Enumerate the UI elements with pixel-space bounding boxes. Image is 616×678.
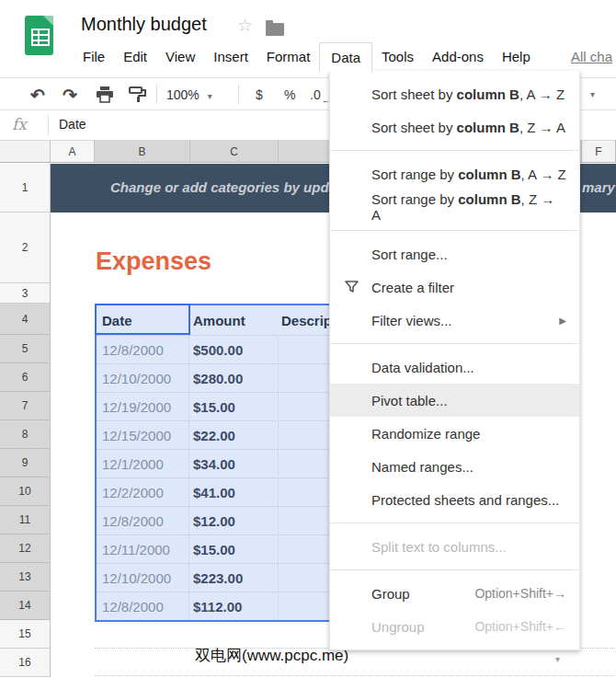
menu-item-ungroup: UngroupOption+Shift+←	[330, 610, 579, 643]
row-header-14[interactable]: 14	[0, 592, 50, 620]
table-header-description[interactable]: Descrip	[281, 313, 332, 328]
table-cell-date[interactable]: 12/10/2000	[102, 371, 171, 386]
menu-item-label: Filter views...	[371, 313, 452, 328]
row-header-3[interactable]: 3	[0, 283, 50, 304]
menu-item-label: Group	[371, 586, 410, 602]
table-cell-amount[interactable]: $280.00	[193, 371, 243, 386]
row-header-10[interactable]: 10	[0, 477, 50, 506]
menu-item-label: Sort sheet by column B, Z → A	[371, 120, 565, 135]
menu-item-sort-sheet-by-column-b-a-z[interactable]: Sort sheet by column B, A → Z	[330, 77, 579, 110]
chevron-down-icon: ▾	[208, 91, 212, 101]
sheets-logo-icon[interactable]	[25, 16, 53, 55]
row-header-13[interactable]: 13	[0, 563, 50, 592]
row-header-1[interactable]: 1	[0, 164, 50, 213]
undo-icon[interactable]: ↶	[30, 86, 45, 104]
menu-item-label: Sort range by column B, Z → A	[371, 191, 566, 223]
menu-bar: FileEditViewInsertFormatDataToolsAdd-ons…	[74, 42, 540, 72]
table-cell-date[interactable]: 12/11/2000	[102, 542, 170, 557]
table-cell-date[interactable]: 12/8/2000	[102, 342, 164, 358]
document-title[interactable]: Monthly budget	[81, 14, 207, 35]
table-cell-date[interactable]: 12/10/2000	[102, 570, 171, 586]
row-header-9[interactable]: 9	[0, 449, 50, 477]
menu-shortcut: Option+Shift+→	[474, 586, 566, 601]
column-header-c[interactable]: C	[190, 140, 279, 163]
menu-separator	[330, 230, 579, 231]
row-header-2[interactable]: 2	[0, 213, 50, 283]
table-cell-date[interactable]: 12/19/2000	[102, 399, 171, 415]
row-header-16[interactable]: 16	[0, 649, 50, 677]
row-header-11[interactable]: 11	[0, 506, 50, 534]
menu-item-group[interactable]: GroupOption+Shift+→	[330, 577, 579, 610]
formula-bar-divider	[48, 115, 49, 135]
google-sheets-app: Monthly budget ☆ FileEditViewInsertForma…	[0, 0, 616, 678]
table-cell-date[interactable]: 12/15/2000	[102, 428, 171, 443]
row-header-7[interactable]: 7	[0, 392, 50, 420]
column-header-b[interactable]: B	[95, 140, 190, 163]
cell-dropdown-icon[interactable]: ▾	[555, 655, 560, 664]
menubar-item-format[interactable]: Format	[257, 42, 320, 72]
folder-icon[interactable]	[266, 23, 284, 36]
table-cell-date[interactable]: 12/8/2000	[102, 513, 164, 529]
menu-item-protected-sheets-and-ranges[interactable]: Protected sheets and ranges...	[330, 483, 579, 516]
column-header-a[interactable]: A	[51, 140, 95, 163]
table-header-amount[interactable]: Amount	[193, 313, 245, 328]
menubar-item-view[interactable]: View	[156, 42, 204, 72]
print-icon[interactable]	[96, 86, 114, 103]
decrease-decimal-button[interactable]: .0←	[310, 87, 329, 102]
star-icon[interactable]: ☆	[237, 17, 253, 34]
menu-shortcut: Option+Shift+←	[474, 619, 566, 634]
zoom-control[interactable]: 100%▾	[166, 87, 212, 102]
table-cell-amount[interactable]: $15.00	[193, 399, 235, 415]
table-cell-amount[interactable]: $12.00	[193, 513, 235, 529]
banner-text-right: mary s	[582, 179, 616, 195]
table-cell-amount[interactable]: $223.00	[193, 570, 243, 586]
table-cell-amount[interactable]: $34.00	[193, 456, 235, 472]
paint-format-icon[interactable]	[129, 86, 146, 103]
data-menu-panel: Sort sheet by column B, A → ZSort sheet …	[329, 71, 580, 650]
menu-item-create-a-filter[interactable]: Create a filter	[330, 270, 579, 304]
menubar-item-data[interactable]: Data	[319, 42, 372, 72]
menu-item-sort-range[interactable]: Sort range...	[330, 237, 579, 270]
table-cell-amount[interactable]: $500.00	[193, 342, 243, 358]
row-header-6[interactable]: 6	[0, 363, 50, 392]
row-header-5[interactable]: 5	[0, 335, 50, 363]
row-header-12[interactable]: 12	[0, 534, 50, 563]
menu-item-pivot-table[interactable]: Pivot table...	[330, 384, 579, 417]
menu-item-sort-sheet-by-column-b-z-a[interactable]: Sort sheet by column B, Z → A	[330, 110, 579, 144]
table-cell-date[interactable]: 12/8/2000	[102, 599, 164, 615]
menu-item-filter-views[interactable]: Filter views...▶	[330, 304, 579, 337]
row-headers: 12345678910111213141516	[0, 164, 51, 677]
row-header-8[interactable]: 8	[0, 420, 50, 449]
menubar-item-tools[interactable]: Tools	[372, 42, 423, 72]
table-cell-amount[interactable]: $15.00	[193, 542, 235, 557]
menubar-item-insert[interactable]: Insert	[204, 42, 257, 72]
table-cell-amount[interactable]: $41.00	[193, 485, 235, 500]
menu-item-named-ranges[interactable]: Named ranges...	[330, 450, 579, 483]
percent-format-button[interactable]: %	[284, 87, 295, 102]
menu-item-sort-range-by-column-b-a-z[interactable]: Sort range by column B, A → Z	[330, 157, 579, 190]
toolbar-more-dropdown[interactable]: ▾	[590, 90, 595, 99]
row-header-4[interactable]: 4	[0, 304, 50, 335]
menu-item-data-validation[interactable]: Data validation...	[330, 350, 579, 384]
dotted-row-border	[95, 675, 616, 676]
menu-item-sort-range-by-column-b-z-a[interactable]: Sort range by column B, Z → A	[330, 190, 579, 224]
row-header-15[interactable]: 15	[0, 620, 50, 649]
select-all-corner[interactable]	[0, 140, 51, 163]
menubar-item-file[interactable]: File	[74, 42, 114, 72]
table-cell-amount[interactable]: $22.00	[193, 428, 235, 443]
menubar-item-help[interactable]: Help	[493, 42, 540, 72]
menubar-item-edit[interactable]: Edit	[114, 42, 156, 72]
menu-separator	[330, 343, 579, 344]
table-cell-amount[interactable]: $112.00	[193, 599, 242, 615]
currency-format-button[interactable]: $	[256, 87, 263, 102]
table-cell-date[interactable]: 12/2/2000	[102, 485, 164, 500]
menubar-item-add-ons[interactable]: Add-ons	[423, 42, 493, 72]
menu-item-randomize-range[interactable]: Randomize range	[330, 417, 579, 450]
table-cell-date[interactable]: 12/1/2000	[102, 456, 164, 472]
menu-item-label: Create a filter	[371, 280, 454, 295]
redo-icon[interactable]: ↷	[63, 86, 77, 104]
formula-bar-value[interactable]: Date	[59, 117, 86, 132]
column-header-f[interactable]: F	[582, 140, 616, 163]
menu-separator	[330, 150, 579, 151]
save-status-link[interactable]: All cha	[571, 49, 612, 64]
